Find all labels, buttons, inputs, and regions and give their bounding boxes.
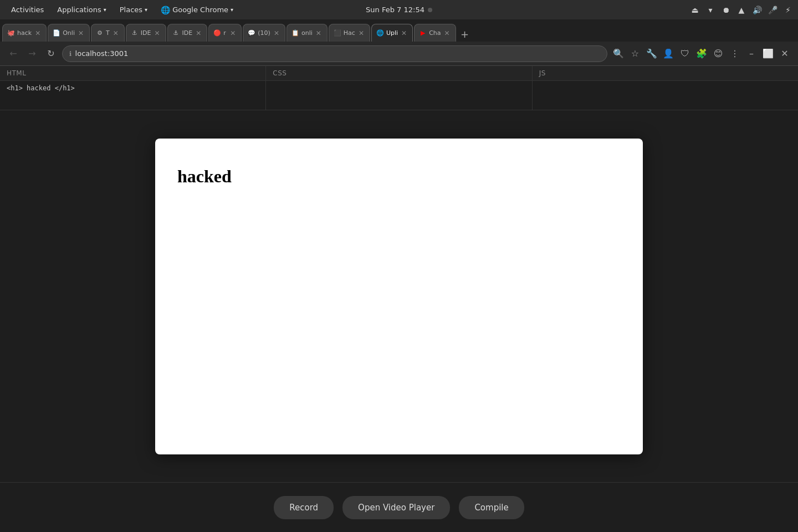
tab-notion[interactable]: 📄 Onli ✕: [48, 24, 90, 42]
shield-icon[interactable]: 🛡: [677, 46, 693, 62]
tab-close-button[interactable]: ✕: [77, 29, 85, 37]
open-video-player-button[interactable]: Open Video Player: [342, 496, 450, 519]
tab-online[interactable]: 📋 onli ✕: [287, 24, 328, 42]
tab-label: T: [106, 29, 110, 37]
record-button[interactable]: Record: [274, 496, 334, 519]
forward-button[interactable]: →: [24, 46, 40, 62]
notion-favicon: 📄: [53, 29, 60, 37]
bookmark-icon[interactable]: ☆: [627, 46, 643, 62]
minimize-button[interactable]: –: [744, 46, 759, 62]
github-favicon: 🐙: [7, 29, 15, 37]
new-tab-button[interactable]: +: [457, 26, 473, 42]
tab-close-button[interactable]: ✕: [34, 29, 42, 37]
preview-card: hacked: [155, 139, 643, 454]
chrome-icon: 🌐: [161, 6, 170, 14]
status-dot-icon: [428, 8, 432, 12]
tab-close-button[interactable]: ✕: [315, 29, 323, 37]
maximize-button[interactable]: ⬜: [760, 46, 776, 62]
lock-icon: ℹ: [69, 50, 72, 58]
tab-label: onli: [301, 29, 313, 37]
tab-close-button[interactable]: ✕: [112, 29, 120, 37]
tab-ide1[interactable]: ⚓ IDE ✕: [126, 24, 166, 42]
online-favicon: 📋: [291, 29, 299, 37]
tab-upload[interactable]: 🌐 Upli ✕: [371, 24, 413, 42]
tab-youtube[interactable]: ▶ Cha ✕: [414, 24, 456, 42]
eject-icon[interactable]: ⏏: [689, 4, 700, 16]
tab-settings[interactable]: ⚙ T ✕: [91, 24, 125, 42]
reload-button[interactable]: ↻: [43, 46, 59, 62]
settings-favicon: ⚙: [96, 29, 104, 37]
close-button[interactable]: ✕: [777, 46, 792, 62]
profile-icon[interactable]: 👤: [661, 46, 676, 62]
battery-icon[interactable]: ⚡: [782, 4, 794, 16]
tab-close-button[interactable]: ✕: [400, 29, 408, 37]
youtube-favicon: ▶: [419, 29, 427, 37]
js-panel: JS: [533, 66, 798, 110]
wifi-icon[interactable]: ▲: [736, 4, 747, 16]
mic-icon[interactable]: 🎤: [767, 4, 778, 16]
tab-label: (10): [258, 29, 270, 37]
menu-activities[interactable]: Activities: [4, 3, 50, 16]
menu-places[interactable]: Places ▾: [113, 3, 154, 16]
address-input[interactable]: ℹ localhost:3001: [62, 45, 607, 62]
tab-red[interactable]: 🔴 r ✕: [208, 24, 242, 42]
css-code-area[interactable]: [266, 81, 531, 103]
html-panel: HTML <h1> hacked </h1>: [0, 66, 266, 110]
bottom-bar: Record Open Video Player Compile: [0, 482, 798, 532]
main-content: HTML <h1> hacked </h1> CSS JS hacked Rec…: [0, 66, 798, 532]
tab-chat-count[interactable]: 💬 (10) ✕: [243, 24, 285, 42]
tab-label: Hac: [344, 29, 355, 37]
applications-arrow-icon: ▾: [104, 7, 106, 13]
datetime-text: Sun Feb 7 12:54: [366, 6, 424, 14]
html-code-area[interactable]: <h1> hacked </h1>: [0, 81, 265, 103]
compile-button[interactable]: Compile: [459, 496, 524, 519]
back-button[interactable]: ←: [6, 46, 21, 62]
tab-label: r: [223, 29, 227, 37]
html-panel-header: HTML: [0, 66, 265, 81]
tab-close-button[interactable]: ✕: [443, 29, 451, 37]
menu-dots-icon[interactable]: ⋮: [727, 46, 743, 62]
tab-ide2[interactable]: ⚓ IDE ✕: [167, 24, 208, 42]
system-tray: ⏏ ▾ ⏺ ▲ 🔊 🎤 ⚡: [689, 4, 794, 16]
extensions-icon[interactable]: 🔧: [644, 46, 659, 62]
hack-favicon: ⬛: [334, 29, 341, 37]
puzzle-icon[interactable]: 🧩: [694, 46, 709, 62]
preview-heading: hacked: [177, 166, 621, 187]
dropdown-icon[interactable]: ▾: [705, 4, 716, 16]
tab-github[interactable]: 🐙 hack ✕: [2, 24, 47, 42]
ide2-favicon: ⚓: [172, 29, 180, 37]
tab-close-button[interactable]: ✕: [195, 29, 202, 37]
menu-bar: Activities Applications ▾ Places ▾ 🌐 Goo…: [0, 0, 798, 19]
tab-label: Cha: [429, 29, 441, 37]
address-bar: ← → ↻ ℹ localhost:3001 🔍 ☆ 🔧 👤 🛡 🧩 😊 ⋮ –…: [0, 42, 798, 66]
css-panel: CSS: [266, 66, 532, 110]
preview-area: hacked: [0, 110, 798, 482]
tab-label: hack: [17, 29, 32, 37]
tab-label: Onli: [63, 29, 75, 37]
chat-favicon: 💬: [248, 29, 255, 37]
tabs-bar: 🐙 hack ✕ 📄 Onli ✕ ⚙ T ✕ ⚓ IDE ✕ ⚓ IDE ✕ …: [0, 19, 798, 42]
tab-label: Upli: [386, 29, 398, 37]
tab-hack[interactable]: ⬛ Hac ✕: [329, 24, 370, 42]
js-code-area[interactable]: [533, 81, 798, 103]
media-icon[interactable]: ⏺: [720, 4, 732, 16]
menu-applications[interactable]: Applications ▾: [50, 3, 112, 16]
upload-favicon: 🌐: [376, 29, 384, 37]
tab-close-button[interactable]: ✕: [153, 29, 161, 37]
places-arrow-icon: ▾: [145, 7, 147, 13]
tab-label: IDE: [141, 29, 151, 37]
ide1-favicon: ⚓: [131, 29, 139, 37]
menu-browser[interactable]: 🌐 Google Chrome ▾: [154, 3, 240, 17]
toolbar-icons: 🔍 ☆ 🔧 👤 🛡 🧩 😊 ⋮ – ⬜ ✕: [611, 46, 792, 62]
volume-icon[interactable]: 🔊: [751, 4, 763, 16]
tab-close-button[interactable]: ✕: [229, 29, 237, 37]
red-favicon: 🔴: [213, 29, 221, 37]
avatar-icon[interactable]: 😊: [710, 46, 726, 62]
tab-label: IDE: [182, 29, 193, 37]
tab-close-button[interactable]: ✕: [357, 29, 365, 37]
tab-close-button[interactable]: ✕: [273, 29, 280, 37]
search-icon[interactable]: 🔍: [611, 46, 626, 62]
url-text: localhost:3001: [75, 49, 129, 58]
browser-arrow-icon: ▾: [231, 7, 233, 13]
editor-panels: HTML <h1> hacked </h1> CSS JS: [0, 66, 798, 110]
